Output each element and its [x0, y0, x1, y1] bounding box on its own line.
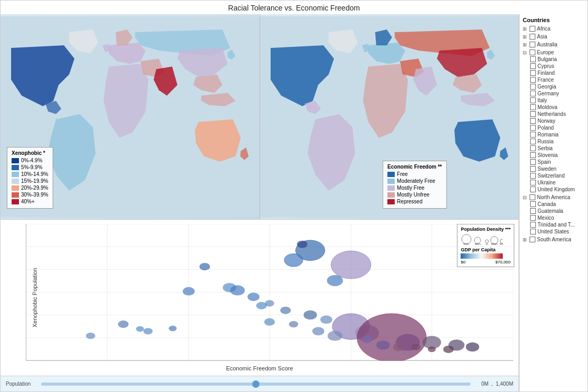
country-item-serbia[interactable]: Serbia	[523, 145, 584, 152]
countries-header: Countries	[523, 17, 584, 23]
swatch-30-40	[12, 192, 19, 198]
svg-point-75	[136, 326, 144, 332]
germany-label: Germany	[537, 91, 559, 96]
switzerland-checkbox[interactable]	[530, 173, 536, 179]
scatter-plot-section[interactable]: Xenophobic Population Economic Freedom S…	[1, 220, 519, 376]
europe-checkbox[interactable]	[530, 50, 535, 55]
swatch-0-5	[12, 158, 19, 163]
europe-expand-icon[interactable]: ⊟	[523, 50, 528, 55]
asia-expand-icon[interactable]: ⊞	[523, 34, 528, 40]
usa-checkbox[interactable]	[530, 229, 536, 234]
country-item-uk[interactable]: United Kingdom	[523, 186, 584, 193]
mexico-label: Mexico	[537, 215, 554, 221]
svg-point-66	[393, 343, 405, 351]
georgia-checkbox[interactable]	[530, 84, 536, 90]
guatemala-checkbox[interactable]	[530, 208, 536, 214]
sweden-checkbox[interactable]	[530, 166, 536, 172]
pop-max: 1,400M	[496, 381, 513, 387]
country-item-usa[interactable]: United States	[523, 228, 584, 235]
italy-checkbox[interactable]	[530, 97, 536, 103]
country-group-north-america: ⊟ North America Canada Guatemala Mexico	[523, 194, 584, 235]
asia-group-header[interactable]: ⊞ Asia	[523, 33, 584, 40]
country-item-georgia[interactable]: Georgia	[523, 83, 584, 90]
russia-checkbox[interactable]	[530, 139, 536, 144]
poland-label: Poland	[537, 125, 554, 131]
svg-point-61	[289, 321, 298, 327]
eco-row-4: Mostly Unfree	[387, 192, 442, 198]
norway-checkbox[interactable]	[530, 118, 536, 124]
australia-group-header[interactable]: ⊞ Australia	[523, 41, 584, 48]
economic-map[interactable]: Economic Freedom ** Free Moderately Free…	[260, 14, 519, 219]
country-item-cyprus[interactable]: Cyprus	[523, 63, 584, 70]
country-item-trinidad[interactable]: Trinidad and T...	[523, 221, 584, 228]
australia-checkbox[interactable]	[530, 42, 535, 47]
country-item-germany[interactable]: Germany	[523, 90, 584, 97]
cyprus-checkbox[interactable]	[530, 63, 536, 69]
population-bar[interactable]: Population 0M .. 1,400M	[1, 376, 519, 391]
south-america-expand-icon[interactable]: ⊞	[523, 237, 528, 242]
country-item-russia[interactable]: Russia	[523, 138, 584, 145]
france-checkbox[interactable]	[530, 77, 536, 83]
bulgaria-checkbox[interactable]	[530, 56, 536, 62]
europe-group-header[interactable]: ⊟ Europe	[523, 49, 584, 56]
country-item-slovenia[interactable]: Slovenia	[523, 152, 584, 159]
ukraine-checkbox[interactable]	[530, 180, 536, 185]
south-america-group-header[interactable]: ⊞ South America	[523, 236, 584, 243]
country-item-guatemala[interactable]: Guatemala	[523, 208, 584, 214]
trinidad-checkbox[interactable]	[530, 222, 536, 228]
xenophobic-map[interactable]: Xenophobic * 0%-4.9% 5%-9.9% 10%-14.9%	[1, 14, 260, 219]
country-item-france[interactable]: France	[523, 76, 584, 83]
asia-checkbox[interactable]	[530, 34, 535, 40]
svg-point-64	[362, 336, 372, 343]
country-item-ukraine[interactable]: Ukraine	[523, 179, 584, 186]
africa-expand-icon[interactable]: ⊞	[523, 26, 528, 32]
population-slider-track[interactable]	[41, 383, 471, 386]
country-item-italy[interactable]: Italy	[523, 97, 584, 104]
country-item-canada[interactable]: Canada	[523, 201, 584, 208]
slovenia-label: Slovenia	[537, 152, 557, 158]
country-item-sweden[interactable]: Sweden	[523, 165, 584, 172]
north-america-expand-icon[interactable]: ⊟	[523, 195, 528, 200]
main-container: Racial Tolerance vs. Economic Freedom	[0, 0, 588, 392]
slovenia-checkbox[interactable]	[530, 152, 536, 158]
sweden-label: Sweden	[537, 166, 556, 172]
moldova-checkbox[interactable]	[530, 104, 536, 110]
country-item-norway[interactable]: Norway	[523, 117, 584, 124]
australia-expand-icon[interactable]: ⊞	[523, 42, 528, 47]
population-slider-thumb[interactable]	[252, 380, 260, 388]
poland-checkbox[interactable]	[530, 125, 536, 131]
country-item-poland[interactable]: Poland	[523, 124, 584, 131]
africa-group-header[interactable]: ⊞ Africa	[523, 25, 584, 32]
asia-label: Asia	[537, 34, 547, 40]
spain-label: Spain	[537, 159, 551, 165]
country-item-moldova[interactable]: Moldova	[523, 104, 584, 111]
eco-swatch-mostly-unfree	[387, 192, 395, 198]
spain-checkbox[interactable]	[530, 159, 536, 165]
netherlands-checkbox[interactable]	[530, 111, 536, 117]
norway-label: Norway	[537, 118, 555, 124]
north-america-checkbox[interactable]	[530, 194, 535, 200]
south-america-checkbox[interactable]	[530, 237, 535, 242]
bulgaria-label: Bulgaria	[537, 56, 557, 62]
uk-checkbox[interactable]	[530, 187, 536, 192]
country-item-switzerland[interactable]: Switzerland	[523, 172, 584, 179]
svg-point-76	[183, 287, 195, 296]
mexico-checkbox[interactable]	[530, 215, 536, 221]
germany-checkbox[interactable]	[530, 91, 536, 96]
north-america-group-header[interactable]: ⊟ North America	[523, 194, 584, 201]
svg-point-70	[230, 285, 245, 295]
finland-checkbox[interactable]	[530, 70, 536, 76]
country-item-finland[interactable]: Finland	[523, 70, 584, 76]
country-item-bulgaria[interactable]: Bulgaria	[523, 56, 584, 63]
country-item-romania[interactable]: Romania	[523, 131, 584, 138]
serbia-checkbox[interactable]	[530, 145, 536, 151]
country-item-mexico[interactable]: Mexico	[523, 214, 584, 221]
label-0-5: 0%-4.9%	[21, 158, 43, 163]
country-item-spain[interactable]: Spain	[523, 159, 584, 165]
canada-checkbox[interactable]	[530, 201, 536, 207]
romania-checkbox[interactable]	[530, 132, 536, 138]
eco-row-5: Repressed	[387, 199, 442, 204]
moldova-label: Moldova	[537, 104, 557, 110]
country-item-netherlands[interactable]: Netherlands	[523, 111, 584, 117]
africa-checkbox[interactable]	[530, 26, 535, 32]
